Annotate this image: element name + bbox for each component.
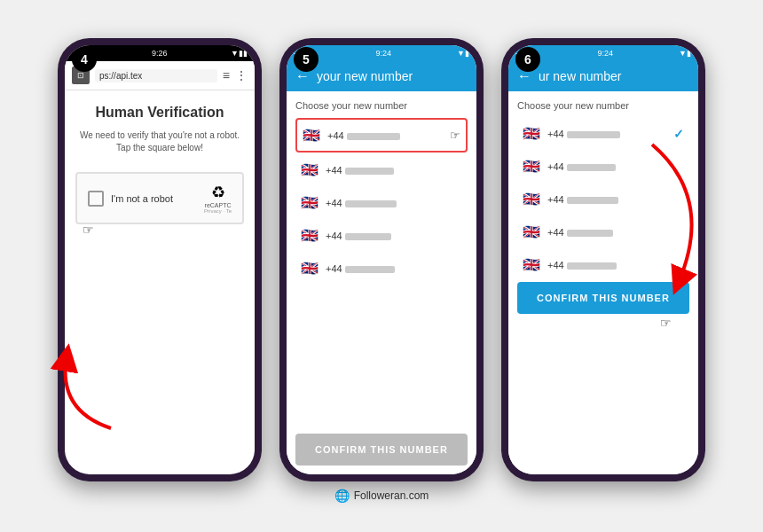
number-item-3-0[interactable]: 🇬🇧 +44 ✓: [517, 118, 689, 149]
number-text-2-1: +44: [326, 165, 462, 176]
phone-2-status-icons: ▼▮: [457, 49, 469, 58]
cursor-hand-captcha: ☞: [83, 223, 94, 237]
number-text-3-4: +44: [547, 260, 684, 270]
number-text-2-3: +44: [326, 231, 462, 241]
phone-2-number-list: Choose your new number 🇬🇧 +44 ☞ 🇬🇧 +44 🇬…: [287, 91, 476, 474]
phone-1-status-time: 9:26: [152, 49, 168, 58]
step-badge-4: 4: [72, 47, 97, 72]
number-text-3-3: +44: [547, 227, 684, 238]
number-item-3-4[interactable]: 🇬🇧 +44: [517, 249, 689, 280]
step-badge-5: 5: [294, 47, 319, 72]
phone-1: 4 ▲ ◀ 9:26 ▼▮▮ ⊡ ps://api.tex ≡ ⋮ Human …: [58, 38, 262, 481]
step-badge-6: 6: [515, 47, 540, 72]
phone-2-inner: ◀ ▲ 9:24 ▼▮ ← your new number Choose you…: [287, 45, 476, 474]
phone-3-wrapper: 6 ◀ ▲ 9:24 ▼▮ ← ur new number Choose you…: [501, 38, 705, 481]
flag-icon-2-3: 🇬🇧: [301, 227, 319, 244]
confirm-btn-2[interactable]: CONFIRM THIS NUMBER: [295, 434, 468, 466]
flag-icon-3-1: 🇬🇧: [523, 158, 540, 175]
number-text-3-2: +44: [547, 194, 684, 205]
phones-container: 4 ▲ ◀ 9:26 ▼▮▮ ⊡ ps://api.tex ≡ ⋮ Human …: [40, 29, 723, 481]
flag-icon-3-2: 🇬🇧: [523, 191, 540, 207]
footer-text: Followeran.com: [354, 489, 429, 502]
flag-icon-3-4: 🇬🇧: [523, 256, 540, 273]
phone-2-header-title: your new number: [317, 69, 413, 83]
number-item-3-2[interactable]: 🇬🇧 +44: [517, 184, 689, 215]
flag-icon-2-1: 🇬🇧: [301, 161, 319, 178]
flag-icon-2-2: 🇬🇧: [301, 194, 319, 211]
number-item-2-0[interactable]: 🇬🇧 +44 ☞: [295, 118, 468, 153]
phone-1-body: Human Verification We need to verify tha…: [65, 90, 255, 474]
checkmark-3-0: ✓: [673, 127, 684, 141]
number-item-2-3[interactable]: 🇬🇧 +44: [295, 220, 468, 251]
verification-description: We need to verify that you're not a robo…: [75, 129, 244, 154]
number-text-3-1: +44: [547, 161, 684, 172]
dots-icon[interactable]: ⋮: [235, 68, 248, 82]
phone-1-wrapper: 4 ▲ ◀ 9:26 ▼▮▮ ⊡ ps://api.tex ≡ ⋮ Human …: [58, 38, 262, 481]
choose-label-2: Choose your new number: [295, 100, 468, 111]
recaptcha-logo: ♻ reCAPTC Privacy · Te: [204, 183, 232, 214]
verification-title: Human Verification: [96, 105, 224, 121]
phone-3: 6 ◀ ▲ 9:24 ▼▮ ← ur new number Choose you…: [501, 38, 705, 481]
cursor-hand-2: ☞: [450, 129, 460, 142]
number-text-2-0: +44: [327, 130, 443, 141]
number-text-2-4: +44: [326, 263, 462, 274]
number-text-3-0: +44: [547, 129, 666, 139]
menu-icon[interactable]: ≡: [223, 68, 230, 82]
browser-url[interactable]: ps://api.tex: [95, 69, 217, 82]
phone-2-wrapper: 5 ◀ ▲ 9:24 ▼▮ ← your new number Choose y…: [279, 38, 484, 481]
phone-2-status-time: 9:24: [375, 49, 391, 58]
phone-3-number-list: Choose your new number 🇬🇧 +44 ✓ 🇬🇧 +44 🇬…: [508, 91, 698, 474]
number-item-3-1[interactable]: 🇬🇧 +44: [517, 151, 689, 182]
footer-globe-icon: 🌐: [334, 489, 350, 503]
number-item-2-1[interactable]: 🇬🇧 +44: [295, 154, 468, 185]
phone-3-status-icons: ▼▮: [679, 49, 691, 58]
captcha-label: I'm not a robot: [111, 193, 204, 204]
cursor-hand-confirm: ☞: [660, 316, 672, 330]
number-item-3-3[interactable]: 🇬🇧 +44: [517, 216, 689, 247]
flag-icon-3-3: 🇬🇧: [523, 223, 540, 240]
confirm-btn-3[interactable]: CONFIRM THIS NUMBER: [517, 282, 689, 314]
phone-3-header-title: ur new number: [539, 69, 621, 83]
flag-icon-2-0: 🇬🇧: [303, 127, 320, 144]
recaptcha-text: reCAPTC: [205, 202, 232, 208]
captcha-checkbox[interactable]: [88, 191, 104, 207]
phone-1-inner: ▲ ◀ 9:26 ▼▮▮ ⊡ ps://api.tex ≡ ⋮ Human Ve…: [65, 45, 255, 474]
captcha-box[interactable]: I'm not a robot ♻ reCAPTC Privacy · Te: [75, 172, 244, 224]
phone-3-inner: ◀ ▲ 9:24 ▼▮ ← ur new number Choose your …: [508, 45, 698, 474]
footer: 🌐 Followeran.com: [334, 489, 429, 503]
phone-1-status-icons: ▼▮▮: [231, 49, 248, 58]
choose-label-3: Choose your new number: [517, 100, 689, 111]
flag-icon-3-0: 🇬🇧: [523, 125, 540, 142]
number-item-2-4[interactable]: 🇬🇧 +44: [295, 253, 468, 284]
number-text-2-2: +44: [326, 198, 462, 208]
phone-3-status-time: 9:24: [597, 49, 613, 58]
phone-2: 5 ◀ ▲ 9:24 ▼▮ ← your new number Choose y…: [279, 38, 484, 481]
recaptcha-icon: ♻: [211, 183, 225, 202]
flag-icon-2-4: 🇬🇧: [301, 260, 319, 277]
number-item-2-2[interactable]: 🇬🇧 +44: [295, 187, 468, 218]
recaptcha-subtext: Privacy · Te: [204, 208, 232, 214]
